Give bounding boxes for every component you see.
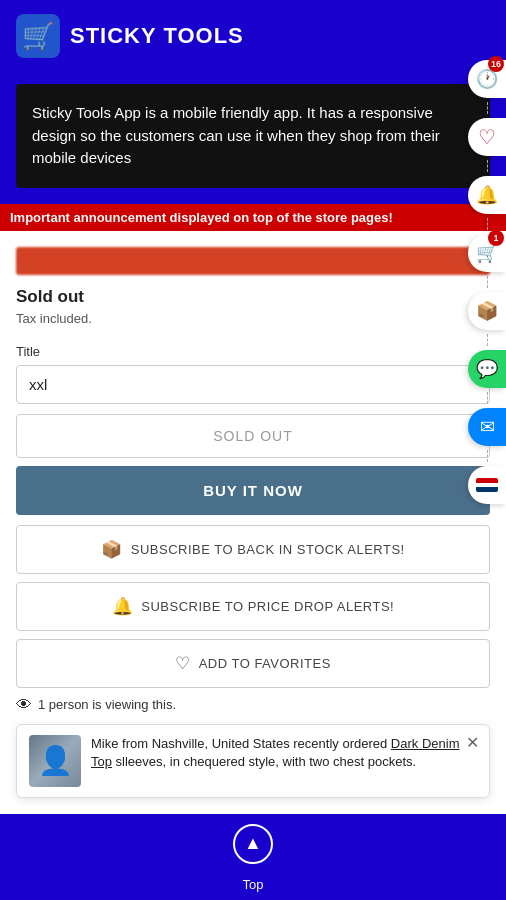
product-card: Sold out Tax included. Title SOLD OUT BU… [0,231,506,814]
viewing-bar: 👁 1 person is viewing this. [16,696,490,714]
popup-name: Mike from Nashville, United States recen… [91,736,387,751]
sold-out-label: Sold out [16,287,490,307]
popup-suffix: sl [116,754,125,769]
divider [487,392,488,404]
app-logo: 🛒 [16,14,60,58]
viewing-text: 1 person is viewing this. [38,697,176,712]
popup-text: Mike from Nashville, United States recen… [91,735,477,771]
title-field-label: Title [16,344,490,359]
subscribe-stock-button[interactable]: 📦 SUBSCRIBE TO BACK IN STOCK ALERTS! [16,525,490,574]
title-input[interactable] [16,365,490,404]
divider [487,102,488,114]
scroll-top-label: Top [243,877,264,892]
heart-icon: ♡ [478,125,496,149]
eye-icon: 👁 [16,696,32,714]
description-box: Sticky Tools App is a mobile friendly ap… [16,84,490,188]
announcement-text: Important announcement displayed on top … [10,210,393,225]
messenger-icon-button[interactable]: ✉ [468,408,506,446]
sold-out-button: SOLD OUT [16,414,490,458]
buy-now-button[interactable]: BUY IT NOW [16,466,490,515]
subscribe-price-icon: 🔔 [112,596,134,617]
popup-close-button[interactable]: ✕ [466,733,479,752]
divider [487,160,488,172]
bell-icon-button[interactable]: 🔔 [468,176,506,214]
favorites-label: ADD TO FAVORITES [199,656,331,671]
bell-icon: 🔔 [476,184,498,206]
add-to-favorites-button[interactable]: ♡ ADD TO FAVORITES [16,639,490,688]
tax-label: Tax included. [16,311,490,326]
cart-badge: 1 [488,230,504,246]
box-icon-button[interactable]: 📦 [468,292,506,330]
scroll-top-button[interactable]: ▲ [233,824,273,864]
box-icon: 📦 [476,300,498,322]
subscribe-stock-icon: 📦 [101,539,123,560]
subscribe-price-button[interactable]: 🔔 SUBSCRIBE TO PRICE DROP ALERTS! [16,582,490,631]
divider [487,218,488,230]
cart-icon-button[interactable]: 🛒 1 [468,234,506,272]
flag-icon-button[interactable] [468,466,506,504]
favorites-icon: ♡ [175,653,191,674]
app-header: 🛒 STICKY TOOLS [0,0,506,72]
history-icon-button[interactable]: 🕐 16 [468,60,506,98]
description-text: Sticky Tools App is a mobile friendly ap… [32,104,440,166]
announcement-banner: Important announcement displayed on top … [0,204,506,231]
divider [487,276,488,288]
chevron-up-icon: ▲ [244,833,262,854]
whatsapp-icon-button[interactable]: 💬 [468,350,506,388]
subscribe-stock-label: SUBSCRIBE TO BACK IN STOCK ALERTS! [131,542,405,557]
app-title: STICKY TOOLS [70,23,244,49]
floating-icons-panel: 🕐 16 ♡ 🔔 🛒 1 📦 💬 ✉ [468,60,506,504]
product-title-blur [16,247,490,275]
whatsapp-icon: 💬 [476,358,498,380]
divider [487,450,488,462]
popup-avatar: 👤 [29,735,81,787]
messenger-icon: ✉ [480,416,495,438]
flag-icon [476,478,498,492]
history-badge: 16 [488,56,504,72]
subscribe-price-label: SUBSCRIBE TO PRICE DROP ALERTS! [141,599,394,614]
heart-icon-button[interactable]: ♡ [468,118,506,156]
notification-popup: 👤 Mike from Nashville, United States rec… [16,724,490,798]
divider [487,334,488,346]
